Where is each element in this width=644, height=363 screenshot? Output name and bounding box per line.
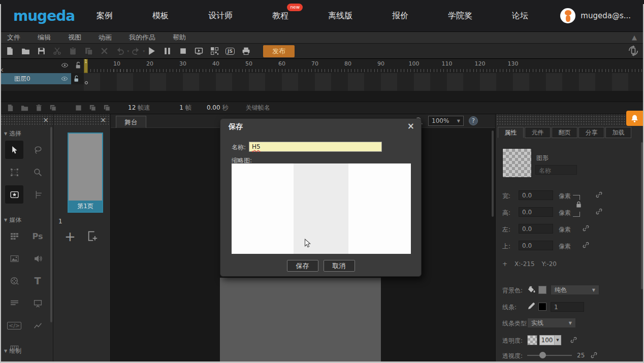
qr-preview-icon[interactable] [209,46,220,57]
left-input[interactable]: 0.0 [519,224,553,234]
keyframe-name-label[interactable]: 关键帧名 [246,104,270,112]
image-tool[interactable] [5,249,23,268]
tab-pageflip[interactable]: 翻页 [552,127,577,138]
menu-item-2[interactable]: 编辑 [38,33,51,42]
tab-loading[interactable]: 加载 [605,127,631,138]
lasso-tool[interactable] [28,141,47,159]
line-color-swatch[interactable] [538,303,546,311]
menu-item-1[interactable]: 文件 [7,33,20,42]
link-icon[interactable] [582,241,590,249]
paint-bucket-icon[interactable] [527,285,536,294]
draw-section-label[interactable]: ▼绘制 [4,347,21,355]
zoom-level-select[interactable]: 100% ▼ [428,116,464,126]
pencil-icon[interactable] [527,302,536,311]
width-input[interactable]: 0.0 [519,190,553,200]
shape-name-input[interactable]: 名称 [535,165,577,175]
spinner-down-icon[interactable]: ▼ [555,335,561,345]
widget-tool[interactable] [5,185,23,204]
user-account[interactable]: mugeda@s... [560,8,631,23]
media-library-tool[interactable] [5,227,23,245]
tab-share[interactable]: 分享 [578,127,604,138]
perspective-link-icon[interactable] [590,351,598,359]
opacity-value[interactable]: 100 [539,335,555,345]
top-input[interactable]: 0.0 [519,241,553,250]
dialog-close-icon[interactable]: × [407,121,414,131]
page-thumbnail[interactable]: 第1页 [68,133,103,213]
open-icon[interactable] [20,46,31,57]
add-page-button[interactable]: + [65,230,76,243]
whiteboard-tool[interactable] [28,294,47,312]
canvas-scrollbar[interactable] [492,130,494,217]
pause-icon[interactable] [162,46,173,57]
all-layers-visibility-icon[interactable] [61,61,69,70]
stage-tab[interactable]: 舞台 [116,116,146,128]
video-tool[interactable] [5,272,23,290]
photoshop-import-tool[interactable]: Ps [28,227,47,245]
media-section-label[interactable]: ▼媒体 [4,216,21,224]
aspect-lock-icon[interactable] [575,201,583,209]
menu-item-5[interactable]: 我的作品 [129,33,155,42]
tab-components[interactable]: 元件 [525,127,551,138]
fps-value[interactable]: 12 [128,104,136,111]
layer-row[interactable]: 图层0 [0,73,71,84]
layer-folder-icon[interactable] [19,104,29,113]
preview-icon[interactable] [193,46,204,57]
collapse-triangle-icon[interactable]: ▲ [632,34,637,41]
insert-keyframe-icon[interactable] [87,104,98,113]
timeline-ruler[interactable]: 102030405060708090100110120130 [0,59,644,73]
menu-item-6[interactable]: 帮助 [173,33,186,42]
perspective-slider[interactable] [527,352,572,359]
play-icon[interactable] [146,46,157,57]
layer-lock-icon[interactable] [73,75,80,82]
insert-frame-icon[interactable] [73,104,83,113]
tools-scrollbar[interactable] [50,127,52,322]
stop-icon[interactable] [177,46,188,57]
guides-tool[interactable] [28,185,47,204]
delete-layer-icon[interactable] [34,104,44,113]
nav-item-cases[interactable]: 案例 [96,11,113,21]
all-layers-lock-icon[interactable] [74,61,82,70]
playhead[interactable]: 1 [84,59,88,73]
mugeda-logo[interactable]: mugeda [13,8,84,24]
link-icon[interactable] [582,224,590,233]
opacity-link-icon[interactable] [570,336,578,344]
save-button[interactable]: 保存 [287,260,318,272]
transform-tool[interactable] [5,163,23,181]
help-button[interactable]: ? [469,116,478,125]
clear-keyframe-icon[interactable] [102,104,112,113]
tab-properties[interactable]: 属性 [498,127,524,138]
nav-item-forum[interactable]: 论坛 [512,11,528,21]
stage[interactable] [220,278,381,363]
zoom-tool[interactable] [28,163,47,181]
link-icon[interactable] [595,208,603,216]
slider-knob[interactable] [539,352,546,358]
tools-panel-close-icon[interactable]: × [43,115,49,124]
duplicate-layer-icon[interactable] [48,104,58,113]
duplicate-page-button[interactable] [87,230,99,243]
tools-panel-header[interactable]: × [0,114,53,125]
name-input[interactable]: H5 [249,142,382,152]
fill-type-select[interactable]: 纯色 ▼ [551,285,599,295]
nav-item-designers[interactable]: 设计师 [208,11,233,21]
dropdown-caret-icon[interactable]: ▾ [127,49,129,53]
select-section-label[interactable]: ▼选择 [4,129,21,138]
nav-item-templates[interactable]: 模板 [152,11,169,21]
text-tool[interactable]: T [28,272,47,290]
nav-item-tutorials[interactable]: 教程new [272,11,288,21]
print-icon[interactable] [240,46,251,57]
nav-item-offline[interactable]: 离线版 [328,11,352,21]
height-input[interactable]: 0.0 [519,207,553,217]
save-icon[interactable] [36,46,47,57]
rotate-device-icon[interactable] [628,45,640,57]
paragraph-text-tool[interactable] [5,294,23,312]
nav-item-pricing[interactable]: 报价 [392,11,408,21]
js-export-icon[interactable]: JS [224,46,236,57]
background-color-swatch[interactable] [538,286,546,294]
opacity-spinner[interactable]: 100 ▼ [539,335,561,345]
new-file-icon[interactable] [4,46,15,57]
line-width-input[interactable]: 1 [551,302,584,312]
layer-visibility-icon[interactable] [61,75,69,82]
code-tool[interactable]: </> [5,316,23,335]
nav-item-academy-award[interactable]: 学院奖 [448,11,472,21]
menu-item-3[interactable]: 视图 [68,33,81,42]
